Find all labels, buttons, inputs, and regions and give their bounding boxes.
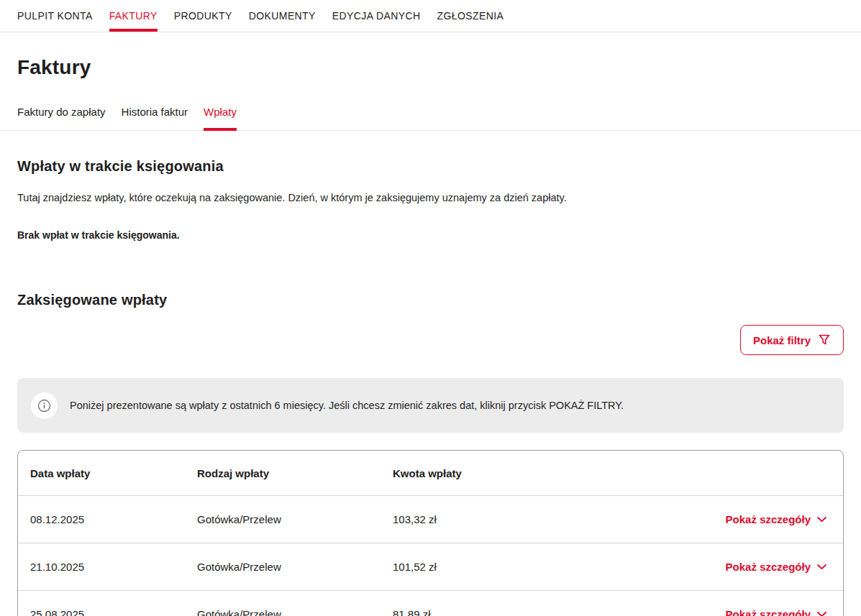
funnel-icon <box>818 334 831 346</box>
table-row: 25.08.2025 Gotówka/Przelew 81,89 zł Poka… <box>18 590 843 616</box>
invoice-tabs: Faktury do zapłaty Historia faktur Wpłat… <box>0 101 861 131</box>
info-banner: Poniżej prezentowane są wpłaty z ostatni… <box>17 378 844 433</box>
table-header-row: Data wpłaty Rodzaj wpłaty Kwota wpłaty <box>18 451 843 495</box>
payment-amount: 103,32 zł <box>393 513 726 525</box>
payment-type: Gotówka/Przelew <box>197 513 393 525</box>
col-header-amount: Kwota wpłaty <box>393 467 826 479</box>
tab-wplaty[interactable]: Wpłaty <box>204 101 237 131</box>
pending-payments-section: Wpłaty w trakcie księgowania Tutaj znajd… <box>17 158 844 241</box>
chevron-down-icon <box>817 564 826 570</box>
info-banner-text: Poniżej prezentowane są wpłaty z ostatni… <box>70 400 624 411</box>
info-icon <box>31 392 58 419</box>
payments-table: Data wpłaty Rodzaj wpłaty Kwota wpłaty 0… <box>17 450 844 616</box>
booked-section-heading: Zaksięgowane wpłaty <box>17 292 844 308</box>
col-header-date: Data wpłaty <box>30 467 197 479</box>
nav-item-edycja-danych[interactable]: EDYCJA DANYCH <box>332 0 421 32</box>
payment-type: Gotówka/Przelew <box>197 608 393 616</box>
table-row: 08.12.2025 Gotówka/Przelew 103,32 zł Pok… <box>18 495 843 543</box>
col-header-type: Rodzaj wpłaty <box>197 467 393 479</box>
show-filters-label: Pokaż filtry <box>753 334 811 346</box>
pending-section-description: Tutaj znajdziesz wpłaty, które oczekują … <box>17 192 844 203</box>
payment-amount: 81,89 zł <box>393 608 726 616</box>
nav-item-zgloszenia[interactable]: ZGŁOSZENIA <box>437 0 504 32</box>
payment-date: 25.08.2025 <box>30 608 197 616</box>
pending-section-heading: Wpłaty w trakcie księgowania <box>17 158 844 175</box>
payment-amount: 101,52 zł <box>393 561 726 573</box>
show-details-label: Pokaż szczegóły <box>726 561 811 573</box>
payment-type: Gotówka/Przelew <box>197 561 393 573</box>
nav-item-pulpit-konta[interactable]: PULPIT KONTA <box>17 0 93 32</box>
tab-faktury-do-zaplaty[interactable]: Faktury do zapłaty <box>17 101 106 131</box>
show-details-link[interactable]: Pokaż szczegóły <box>726 513 826 525</box>
nav-item-dokumenty[interactable]: DOKUMENTY <box>249 0 316 32</box>
main-content: Faktury Faktury do zapłaty Historia fakt… <box>0 56 861 616</box>
page-title: Faktury <box>17 56 844 79</box>
payment-date: 08.12.2025 <box>30 513 197 525</box>
top-nav: PULPIT KONTA FAKTURY PRODUKTY DOKUMENTY … <box>0 0 861 32</box>
show-details-link[interactable]: Pokaż szczegóły <box>726 561 826 573</box>
pending-empty-message: Brak wpłat w trakcie księgowania. <box>17 229 844 241</box>
nav-item-produkty[interactable]: PRODUKTY <box>174 0 232 32</box>
show-details-label: Pokaż szczegóły <box>726 513 811 525</box>
tab-historia-faktur[interactable]: Historia faktur <box>122 101 188 131</box>
table-row: 21.10.2025 Gotówka/Przelew 101,52 zł Pok… <box>18 543 843 590</box>
chevron-down-icon <box>817 612 826 616</box>
filter-button-row: Pokaż filtry <box>17 325 844 355</box>
payment-date: 21.10.2025 <box>30 561 197 573</box>
show-details-label: Pokaż szczegóły <box>726 608 811 616</box>
chevron-down-icon <box>817 517 826 523</box>
nav-item-faktury[interactable]: FAKTURY <box>109 0 158 32</box>
show-details-link[interactable]: Pokaż szczegóły <box>726 608 826 616</box>
show-filters-button[interactable]: Pokaż filtry <box>740 325 844 355</box>
booked-payments-section: Zaksięgowane wpłaty Pokaż filtry Poni <box>17 292 844 616</box>
